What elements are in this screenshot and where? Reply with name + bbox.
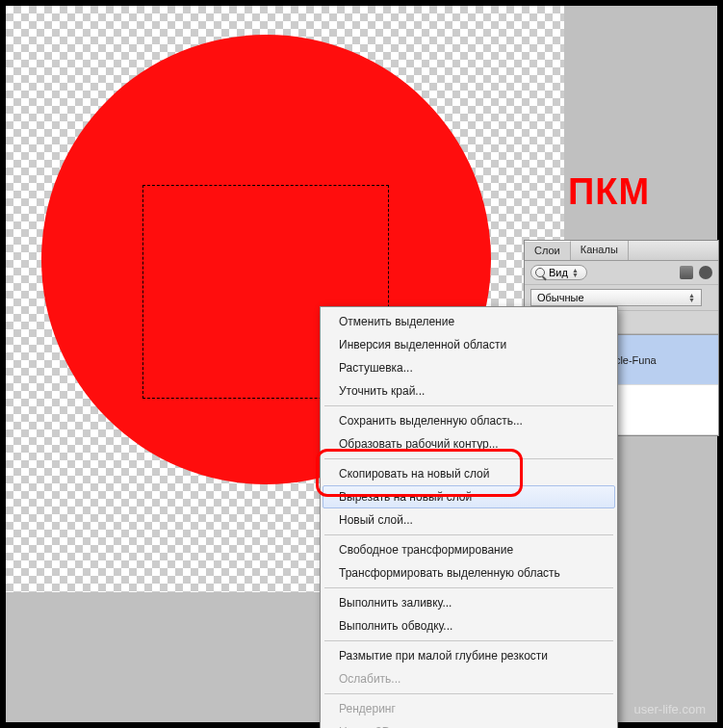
- menu-item[interactable]: Размытие при малой глубине резкости: [323, 644, 615, 667]
- blend-mode-dropdown[interactable]: Обычные ▲▼: [530, 289, 702, 306]
- watermark: user-life.com: [634, 702, 706, 716]
- menu-item: Рендеринг: [323, 697, 615, 720]
- layer-filter-dropdown[interactable]: Вид ▲▼: [530, 265, 587, 280]
- menu-item[interactable]: Образовать рабочий контур...: [323, 432, 615, 455]
- menu-item: Новая 3D-экструзия: [323, 720, 615, 728]
- menu-item[interactable]: Растушевка...: [323, 356, 615, 379]
- menu-separator: [324, 534, 613, 535]
- menu-item[interactable]: Свободное трансформирование: [323, 538, 615, 561]
- tab-channels[interactable]: Каналы: [571, 241, 629, 260]
- blend-mode-label: Обычные: [537, 292, 584, 303]
- chevron-updown-icon: ▲▼: [688, 293, 695, 302]
- menu-item[interactable]: Отменить выделение: [323, 310, 615, 333]
- context-menu: Отменить выделениеИнверсия выделенной об…: [320, 306, 618, 728]
- menu-item[interactable]: Сохранить выделенную область...: [323, 409, 615, 432]
- tab-layers[interactable]: Слои: [525, 241, 571, 260]
- menu-item[interactable]: Инверсия выделенной области: [323, 333, 615, 356]
- menu-item[interactable]: Трансформировать выделенную область: [323, 561, 615, 585]
- layer-filter-label: Вид: [549, 267, 568, 278]
- menu-item[interactable]: Уточнить край...: [323, 379, 615, 403]
- filter-adjust-icon[interactable]: [699, 266, 712, 279]
- menu-item[interactable]: Скопировать на новый слой: [323, 462, 615, 485]
- menu-item[interactable]: Новый слой...: [323, 508, 615, 532]
- filter-image-icon[interactable]: [680, 266, 693, 279]
- menu-separator: [324, 405, 613, 406]
- chevron-updown-icon: ▲▼: [572, 268, 579, 277]
- menu-separator: [324, 587, 613, 588]
- annotation-label: ПКМ: [568, 171, 650, 213]
- panel-tabs: Слои Каналы: [525, 241, 718, 261]
- menu-item[interactable]: Вырезать на новый слой: [323, 485, 615, 508]
- layer-filter-row: Вид ▲▼: [525, 261, 718, 285]
- menu-separator: [324, 458, 613, 459]
- app-frame: ПКМ Слои Каналы Вид ▲▼ Обычные ▲▼ ✥: [6, 6, 717, 722]
- menu-separator: [324, 693, 613, 694]
- panel-icon-group: [680, 266, 712, 279]
- search-icon: [535, 268, 545, 277]
- menu-item[interactable]: Выполнить обводку...: [323, 614, 615, 637]
- menu-item[interactable]: Выполнить заливку...: [323, 591, 615, 614]
- menu-separator: [324, 640, 613, 641]
- menu-item: Ослабить...: [323, 667, 615, 690]
